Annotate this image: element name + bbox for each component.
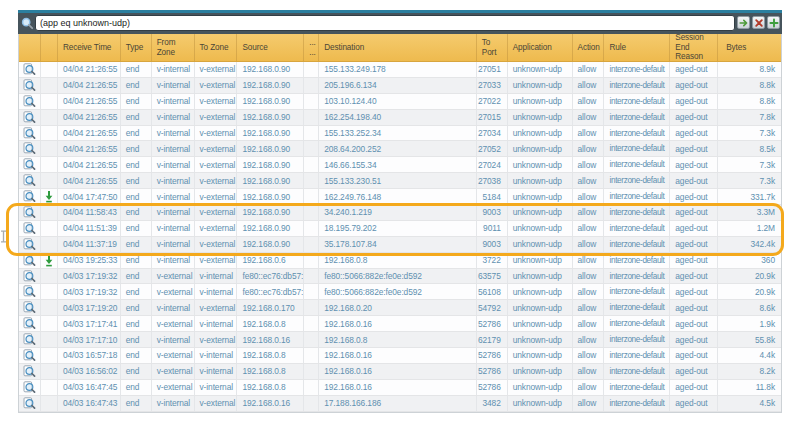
log-detail-button[interactable] — [23, 397, 36, 410]
from-zone-cell: v-external — [152, 348, 195, 363]
log-detail-button[interactable] — [23, 206, 36, 219]
table-row[interactable]: 04/03 17:17:41 end v-external v-internal… — [19, 316, 781, 332]
table-row[interactable]: 04/04 21:26:55 end v-internal v-external… — [19, 94, 781, 110]
log-detail-button[interactable] — [23, 111, 36, 124]
log-detail-button[interactable] — [23, 254, 36, 267]
to-zone-cell: v-external — [195, 300, 238, 315]
column-header-time[interactable]: Receive Time — [58, 34, 121, 61]
table-row[interactable]: 04/03 16:47:43 end v-internal v-external… — [19, 396, 781, 412]
rule-cell: interzone-default — [604, 284, 670, 299]
bytes-cell: 8.2k — [718, 364, 781, 379]
apply-filter-button[interactable] — [737, 16, 750, 29]
log-detail-button[interactable] — [23, 127, 36, 140]
receive-time-cell: 04/03 17:19:32 — [58, 269, 121, 284]
pcap-cell — [41, 126, 58, 141]
column-header-rule[interactable]: Rule — [604, 34, 670, 61]
table-row[interactable]: 04/04 21:26:55 end v-internal v-external… — [19, 157, 781, 173]
table-row[interactable]: 04/03 17:19:32 end v-external v-internal… — [19, 269, 781, 285]
table-row[interactable]: 04/04 21:26:55 end v-internal v-external… — [19, 78, 781, 94]
column-header-app[interactable]: Application — [508, 34, 573, 61]
pcap-download-icon[interactable] — [44, 254, 54, 267]
column-header-dots[interactable]: ... ... — [304, 34, 319, 61]
table-row[interactable]: 04/03 16:47:45 end v-external v-internal… — [19, 380, 781, 396]
column-header-tozone[interactable]: To Zone — [195, 34, 238, 61]
table-row[interactable]: 04/04 21:26:55 end v-internal v-external… — [19, 110, 781, 126]
log-detail-button[interactable] — [23, 222, 36, 235]
table-row[interactable]: 04/04 11:37:19 end v-internal v-external… — [19, 237, 781, 253]
log-detail-button[interactable] — [23, 317, 36, 330]
pcap-cell — [41, 269, 58, 284]
column-header-bytes[interactable]: Bytes — [718, 34, 781, 61]
magnifier-document-icon — [23, 174, 36, 187]
log-detail-button[interactable] — [23, 285, 36, 298]
table-row[interactable]: 04/04 21:26:55 end v-internal v-external… — [19, 141, 781, 157]
table-row[interactable]: 04/03 19:25:33 end v-internal v-external… — [19, 253, 781, 269]
log-detail-button[interactable] — [23, 301, 36, 314]
clear-filter-button[interactable] — [752, 16, 765, 29]
table-row[interactable]: 04/03 17:19:32 end v-external v-internal… — [19, 284, 781, 300]
log-detail-button[interactable] — [23, 238, 36, 251]
application-cell: unknown-udp — [508, 157, 573, 172]
rule-cell: interzone-default — [604, 237, 670, 252]
table-row[interactable]: 04/04 21:26:55 end v-internal v-external… — [19, 62, 781, 78]
log-detail-button[interactable] — [23, 174, 36, 187]
log-detail-button[interactable] — [23, 333, 36, 346]
column-header-toport[interactable]: To Port — [477, 34, 508, 61]
log-detail-button[interactable] — [23, 349, 36, 362]
type-cell: end — [121, 126, 152, 141]
rule-cell: interzone-default — [604, 269, 670, 284]
detail-cell — [19, 237, 41, 252]
table-row[interactable]: 04/04 11:58:43 end v-internal v-external… — [19, 205, 781, 221]
rule-cell: interzone-default — [604, 364, 670, 379]
table-row[interactable]: 04/03 16:56:02 end v-external v-internal… — [19, 364, 781, 380]
action-cell: allow — [573, 316, 605, 331]
receive-time-cell: 04/04 21:26:55 — [58, 126, 121, 141]
hidden-columns-cell — [304, 396, 319, 411]
table-row[interactable]: 04/03 16:57:18 end v-external v-internal… — [19, 348, 781, 364]
table-row[interactable]: 04/04 11:51:39 end v-internal v-external… — [19, 221, 781, 237]
rule-cell: interzone-default — [604, 253, 670, 268]
type-cell: end — [121, 205, 152, 220]
log-detail-button[interactable] — [23, 79, 36, 92]
magnifier-document-icon — [23, 63, 36, 76]
log-detail-button[interactable] — [23, 158, 36, 171]
bytes-cell: 331.7k — [718, 189, 781, 204]
add-filter-button[interactable] — [767, 16, 780, 29]
table-row[interactable]: 04/04 17:47:50 end v-internal v-external… — [19, 189, 781, 205]
table-row[interactable]: 04/03 17:19:20 end v-internal v-external… — [19, 300, 781, 316]
log-detail-button[interactable] — [23, 63, 36, 76]
receive-time-cell: 04/03 19:25:33 — [58, 253, 121, 268]
detail-cell — [19, 141, 41, 156]
column-header-type[interactable]: Type — [121, 34, 152, 61]
log-detail-button[interactable] — [23, 95, 36, 108]
bytes-cell: 8.9k — [718, 62, 781, 77]
table-row[interactable]: 04/04 21:26:55 end v-internal v-external… — [19, 173, 781, 189]
column-header-source[interactable]: Source — [237, 34, 304, 61]
pcap-download-icon[interactable] — [44, 190, 54, 203]
column-header-session[interactable]: Session End Reason — [670, 34, 718, 61]
from-zone-cell: v-internal — [152, 332, 195, 347]
type-cell: end — [121, 94, 152, 109]
filter-query-input[interactable] — [35, 15, 735, 31]
table-row[interactable]: 04/04 21:26:55 end v-internal v-external… — [19, 126, 781, 142]
magnifier-document-icon — [23, 381, 36, 394]
log-detail-button[interactable] — [23, 381, 36, 394]
rule-cell: interzone-default — [604, 94, 670, 109]
log-detail-button[interactable] — [23, 142, 36, 155]
bytes-cell: 3.3M — [718, 205, 781, 220]
close-icon — [754, 18, 764, 28]
bytes-cell: 20.9k — [718, 284, 781, 299]
column-header-dest[interactable]: Destination — [319, 34, 477, 61]
log-detail-button[interactable] — [23, 270, 36, 283]
log-detail-button[interactable] — [23, 190, 36, 203]
table-row[interactable]: 04/03 17:17:10 end v-internal v-external… — [19, 332, 781, 348]
column-header-action[interactable]: Action — [573, 34, 605, 61]
column-header-fromzone[interactable]: From Zone — [152, 34, 195, 61]
application-cell: unknown-udp — [508, 205, 573, 220]
type-cell: end — [121, 237, 152, 252]
column-header-pcap — [41, 34, 58, 61]
log-detail-button[interactable] — [23, 365, 36, 378]
receive-time-cell: 04/03 16:47:45 — [58, 380, 121, 395]
to-port-cell: 9003 — [477, 237, 508, 252]
destination-cell: 192.168.0.16 — [319, 316, 477, 331]
